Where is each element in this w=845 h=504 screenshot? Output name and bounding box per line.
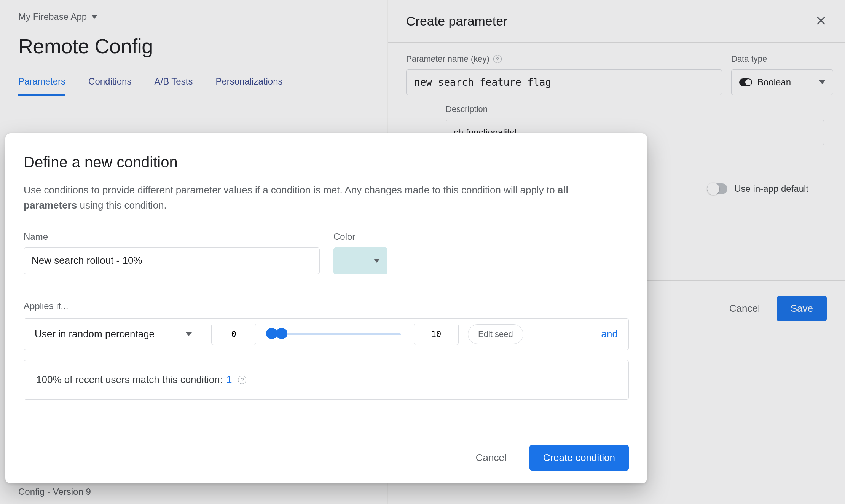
add-and-clause[interactable]: and	[601, 328, 618, 340]
percentage-slider[interactable]	[269, 332, 401, 336]
rule-type-value: User in random percentage	[35, 328, 155, 340]
chevron-down-icon	[374, 259, 380, 263]
modal-cancel-button[interactable]: Cancel	[476, 452, 507, 464]
chevron-down-icon	[186, 332, 192, 336]
create-condition-button[interactable]: Create condition	[529, 445, 629, 471]
rule-row: User in random percentage Edit seed and	[24, 318, 629, 350]
condition-name-label: Name	[24, 231, 320, 242]
modal-title: Define a new condition	[24, 154, 629, 171]
match-summary: 100% of recent users match this conditio…	[24, 360, 629, 400]
condition-name-input[interactable]	[24, 247, 320, 274]
range-low-input[interactable]	[211, 324, 256, 345]
match-text: 100% of recent users match this conditio…	[36, 374, 223, 386]
modal-description: Use conditions to provide different para…	[24, 182, 610, 213]
match-count: 1	[226, 374, 232, 386]
range-high-input[interactable]	[414, 324, 459, 345]
slider-thumb-high[interactable]	[276, 328, 287, 339]
define-condition-modal: Define a new condition Use conditions to…	[5, 133, 647, 483]
condition-color-select[interactable]	[333, 247, 387, 274]
help-icon[interactable]: ?	[238, 376, 246, 384]
rule-type-select[interactable]: User in random percentage	[35, 319, 202, 350]
edit-seed-button[interactable]: Edit seed	[468, 324, 523, 344]
condition-color-label: Color	[333, 231, 387, 242]
applies-if-label: Applies if...	[24, 301, 629, 311]
